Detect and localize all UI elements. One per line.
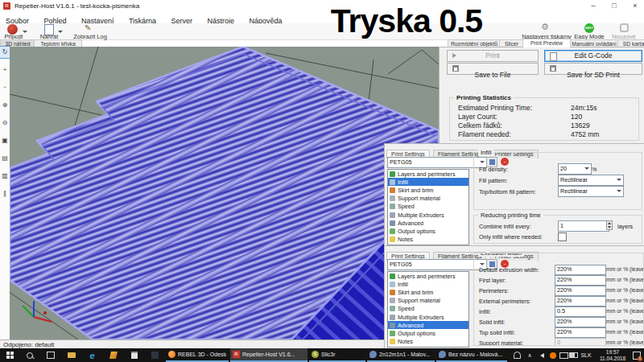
edit-gcode-button[interactable]: Edit G-Code	[544, 50, 642, 62]
fill-pattern-combo[interactable]: Rectilinear	[558, 175, 624, 186]
category-support: Support material	[388, 195, 469, 203]
category-advanced: Advanced	[388, 219, 469, 227]
file-explorer-button[interactable]	[64, 348, 78, 362]
taskbar-paint-1[interactable]: 2n12m1n1 - Malov...	[367, 348, 435, 362]
3d-viewport[interactable]	[10, 47, 439, 339]
repetier-icon: R	[233, 351, 240, 358]
infill-width-input[interactable]: 0.5	[555, 306, 606, 317]
tray-chevron-icon[interactable]: ∧	[525, 348, 535, 362]
edge-button[interactable]: e	[85, 348, 99, 362]
support-icon	[390, 298, 395, 303]
combine-infill-label: Combine infill every:	[479, 223, 531, 230]
extruders-icon	[390, 212, 395, 218]
settings-category-list[interactable]: Layers and perimeters Infill Skirt and b…	[387, 271, 469, 348]
maximize-button[interactable]: □	[605, 0, 623, 11]
start-button[interactable]	[3, 348, 17, 362]
paint-icon	[439, 351, 446, 358]
output-icon	[390, 331, 395, 336]
dark-app-button[interactable]	[148, 348, 162, 362]
battery-icon	[569, 352, 578, 358]
external-perimeters-input[interactable]: 220%	[555, 296, 606, 306]
combine-infill-unit: layers	[617, 223, 633, 230]
stat-label: Filament needed:	[458, 130, 511, 138]
category-skirt: Skirt and brim	[388, 288, 469, 296]
stat-label: Estimated Printing Time:	[458, 104, 532, 112]
play-icon	[452, 53, 456, 58]
top-solid-infill-input[interactable]: 220%	[555, 327, 606, 338]
window-title: Repetier-Host V1.6.1 - test-kocka-pismen…	[14, 0, 139, 12]
profile-combo[interactable]: PETG05	[387, 157, 487, 168]
category-infill: Infill	[388, 178, 469, 186]
gear-icon[interactable]: ⚙	[541, 22, 549, 32]
layers-icon	[390, 274, 395, 279]
repetier-host-window: R Repetier-Host V1.6.1 - test-kocka-pism…	[0, 0, 644, 362]
move-viewpoint-icon[interactable]: +	[0, 82, 10, 93]
speed-icon	[390, 306, 395, 311]
save-to-file-button[interactable]: Save to File	[447, 63, 539, 75]
category-extruders: Multiple Extruders	[388, 211, 469, 219]
top-view-icon[interactable]: ▥	[0, 171, 10, 182]
combine-infill-spinner[interactable]	[606, 220, 613, 230]
rotate-view-icon[interactable]: ↻	[0, 47, 10, 58]
tray-time: 19:57	[596, 349, 630, 356]
clock[interactable]: 19:57 11.04.2018	[596, 349, 630, 361]
settings-category-list[interactable]: Layers and perimeters Infill Skirt and b…	[387, 169, 469, 245]
fill-density-unit: %	[592, 166, 597, 173]
app-shortcut-button[interactable]	[106, 348, 120, 362]
language-indicator[interactable]: SLK	[578, 348, 594, 362]
zoom-out-icon[interactable]: ⊖	[0, 117, 10, 129]
front-view-icon[interactable]: ▤	[0, 153, 10, 164]
easy-mode-icon[interactable]: EASY	[584, 23, 594, 33]
category-speed: Speed	[388, 203, 469, 211]
solid-infill-input[interactable]: 220%	[555, 317, 606, 327]
support-icon	[390, 195, 395, 201]
extruders-icon	[390, 315, 395, 320]
taskbar-slic3r[interactable]: S Slic3r	[309, 348, 365, 362]
antivirus-button[interactable]	[547, 348, 558, 362]
only-infill-checkbox[interactable]	[558, 232, 567, 241]
store-button[interactable]	[127, 348, 141, 362]
reducing-time-group: Reducing printing time Combine infill ev…	[473, 215, 642, 244]
row-suffix: mm or % (leave 0 for	[606, 339, 644, 345]
move-object-icon[interactable]: +	[0, 64, 10, 76]
minimize-button[interactable]: –	[584, 0, 602, 11]
save-for-sd-button[interactable]: Save for SD Print	[544, 63, 642, 75]
category-output: Output options	[388, 227, 469, 235]
taskbar-paint-2[interactable]: Bez názvu - Malová...	[436, 348, 507, 362]
paint-icon	[369, 351, 377, 358]
close-button[interactable]: ×	[626, 0, 644, 11]
notification-center-button[interactable]: 1	[631, 348, 642, 362]
print-preview-panel: Print Edit G-Code Save to File Save for …	[439, 47, 644, 144]
stat-value: 24m:15s	[571, 104, 597, 112]
zoom-in-icon[interactable]: ⊕	[0, 100, 10, 111]
tab-print-preview[interactable]: Print Preview	[522, 39, 571, 47]
show-log-icon[interactable]: ✎	[85, 23, 91, 32]
isometric-view-icon[interactable]: ▣	[0, 135, 10, 146]
taskbar-repetier-host[interactable]: R Repetier-Host V1.6...	[230, 348, 308, 362]
combine-infill-input[interactable]: 1	[558, 220, 609, 232]
app-icon: R	[3, 2, 10, 10]
top-bottom-pattern-combo[interactable]: Rectilinear	[558, 186, 624, 197]
taskbar-firefox[interactable]: REBEL 3D - Odeslat...	[166, 348, 229, 362]
parallel-projection-icon[interactable]: ∥	[0, 188, 10, 200]
task-view-button[interactable]	[43, 348, 57, 362]
printing-statistics-group: Printing Statistics Estimated Printing T…	[449, 97, 639, 141]
save-icon	[452, 65, 459, 72]
search-button[interactable]	[23, 348, 36, 362]
first-layer-input[interactable]: 220%	[555, 275, 606, 286]
avast-icon	[550, 352, 556, 359]
row-suffix: mm or % (leave 0 for	[606, 287, 644, 293]
row-label: First layer:	[479, 277, 506, 284]
infill-group: Infill Fill density: 20 % Fill pattern: …	[473, 152, 642, 210]
default-extrusion-width-input[interactable]: 220%	[555, 265, 606, 275]
display-button[interactable]	[558, 348, 569, 362]
people-button[interactable]	[510, 348, 523, 362]
perimeters-input[interactable]: 220%	[555, 286, 606, 296]
firefox-icon	[168, 351, 175, 358]
emergency-stop-icon	[620, 23, 629, 32]
fill-density-combo[interactable]: 20	[558, 163, 592, 175]
store-bag-icon	[131, 352, 138, 359]
profile-combo[interactable]: PETG05	[387, 259, 487, 270]
volume-button[interactable]	[536, 348, 547, 362]
category-support: Support material	[388, 297, 469, 305]
